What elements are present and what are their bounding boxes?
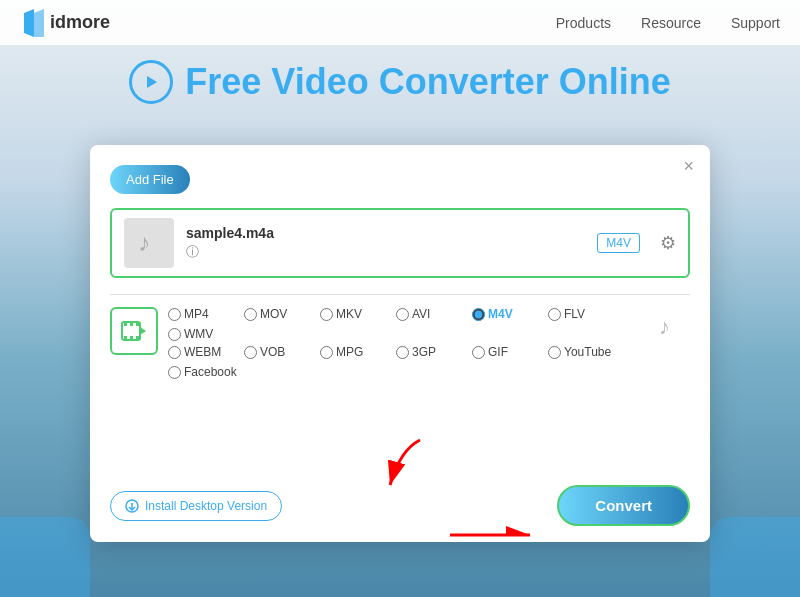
add-file-button[interactable]: Add File	[110, 165, 190, 194]
convert-button[interactable]: Convert	[557, 485, 690, 526]
svg-rect-8	[136, 336, 139, 340]
format-wmv[interactable]: WMV	[168, 327, 238, 341]
nav-support[interactable]: Support	[731, 15, 780, 31]
format-mov[interactable]: MOV	[244, 307, 314, 321]
format-mkv[interactable]: MKV	[320, 307, 390, 321]
file-row: ♪ sample4.m4a ⓘ M4V ⚙	[110, 208, 690, 278]
svg-rect-7	[130, 336, 133, 340]
nav-products[interactable]: Products	[556, 15, 611, 31]
svg-marker-0	[147, 76, 157, 88]
title-area: Free Video Converter Online	[0, 60, 800, 104]
file-info-icon: ⓘ	[186, 243, 585, 261]
film-icon	[120, 317, 148, 345]
format-grid: MP4 MOV MKV AVI M4V	[168, 307, 642, 379]
format-flv[interactable]: FLV	[548, 307, 618, 321]
bg-deco-right	[710, 517, 800, 597]
bottom-bar: Install Desktop Version Convert	[110, 485, 690, 526]
music-icon: ♪	[657, 312, 685, 340]
format-mpg[interactable]: MPG	[320, 345, 390, 359]
download-icon	[125, 499, 139, 513]
title-label: Free Video Converter Online	[185, 61, 670, 103]
file-format-badge: M4V	[597, 233, 640, 253]
logo: idmore	[20, 9, 110, 37]
nav: Products Resource Support	[556, 15, 780, 31]
format-row-2: WEBM VOB MPG 3GP GIF	[168, 345, 642, 379]
file-thumbnail: ♪	[124, 218, 174, 268]
file-info: sample4.m4a ⓘ	[186, 225, 585, 261]
close-button[interactable]: ×	[683, 157, 694, 175]
page-title: Free Video Converter Online	[0, 60, 800, 104]
file-name: sample4.m4a	[186, 225, 585, 241]
format-youtube[interactable]: YouTube	[548, 345, 628, 359]
logo-text: idmore	[50, 12, 110, 33]
video-format-icon-box[interactable]	[110, 307, 158, 355]
svg-rect-4	[130, 322, 133, 326]
bg-deco-left	[0, 517, 90, 597]
format-3gp[interactable]: 3GP	[396, 345, 466, 359]
format-vob[interactable]: VOB	[244, 345, 314, 359]
audio-format-icon[interactable]: ♪	[652, 307, 690, 345]
format-webm[interactable]: WEBM	[168, 345, 238, 359]
format-facebook[interactable]: Facebook	[168, 365, 253, 379]
logo-icon	[20, 9, 48, 37]
install-btn-label: Install Desktop Version	[145, 499, 267, 513]
svg-text:♪: ♪	[659, 314, 670, 339]
format-mp4[interactable]: MP4	[168, 307, 238, 321]
svg-text:♪: ♪	[138, 229, 150, 256]
play-icon	[129, 60, 173, 104]
settings-gear-icon[interactable]: ⚙	[660, 232, 676, 254]
format-row-1: MP4 MOV MKV AVI M4V	[168, 307, 642, 341]
svg-rect-5	[136, 322, 139, 326]
divider	[110, 294, 690, 295]
music-thumb-icon: ♪	[134, 228, 164, 258]
svg-marker-9	[140, 327, 146, 335]
header: idmore Products Resource Support	[0, 0, 800, 45]
format-gif[interactable]: GIF	[472, 345, 542, 359]
svg-rect-3	[124, 322, 127, 326]
format-avi[interactable]: AVI	[396, 307, 466, 321]
svg-rect-6	[124, 336, 127, 340]
nav-resource[interactable]: Resource	[641, 15, 701, 31]
format-section: MP4 MOV MKV AVI M4V	[110, 307, 690, 379]
modal-dialog: × Add File ♪ sample4.m4a ⓘ M4V ⚙	[90, 145, 710, 542]
format-m4v[interactable]: M4V	[472, 307, 542, 321]
install-desktop-button[interactable]: Install Desktop Version	[110, 491, 282, 521]
